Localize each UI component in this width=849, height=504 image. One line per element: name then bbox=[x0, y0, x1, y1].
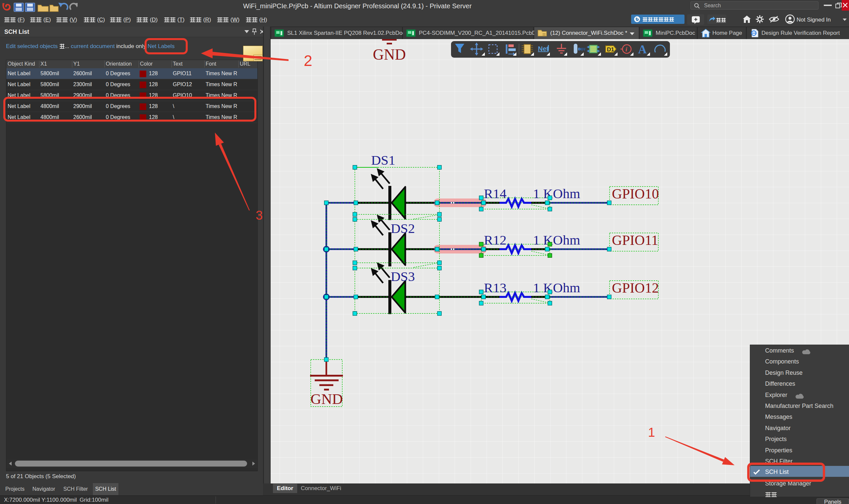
svg-text:1 KOhm: 1 KOhm bbox=[533, 232, 580, 248]
svg-text:A: A bbox=[638, 43, 647, 56]
svg-text:GND: GND bbox=[373, 46, 406, 63]
svg-text:i: i bbox=[625, 46, 627, 53]
svg-text:D1: D1 bbox=[607, 47, 614, 53]
svg-text:1 KOhm: 1 KOhm bbox=[533, 280, 580, 295]
svg-text:GPIO12: GPIO12 bbox=[612, 280, 659, 295]
svg-text:DS3: DS3 bbox=[391, 269, 415, 284]
svg-text:HH: HH bbox=[579, 47, 585, 52]
svg-text:R14: R14 bbox=[484, 186, 506, 201]
svg-text:DS1: DS1 bbox=[371, 152, 395, 168]
svg-text:GND: GND bbox=[310, 391, 343, 407]
svg-text:DS2: DS2 bbox=[391, 221, 415, 236]
svg-text:1 KOhm: 1 KOhm bbox=[533, 186, 580, 201]
svg-text:GPIO10: GPIO10 bbox=[612, 186, 659, 201]
svg-text:R12: R12 bbox=[484, 232, 506, 248]
svg-text:Net: Net bbox=[538, 45, 549, 52]
svg-text:GPIO11: GPIO11 bbox=[612, 232, 658, 248]
svg-text:R13: R13 bbox=[484, 280, 506, 295]
